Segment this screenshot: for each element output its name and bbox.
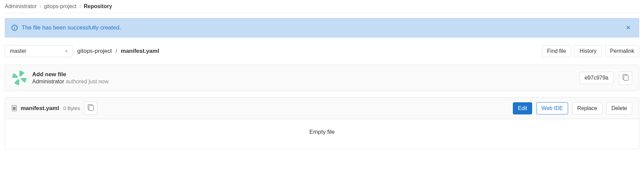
clipboard-icon — [88, 105, 94, 112]
breadcrumb-current: Repository — [84, 3, 112, 9]
copy-sha-button[interactable] — [619, 71, 632, 85]
path-repo[interactable]: gitops-project — [77, 48, 112, 54]
avatar[interactable] — [12, 70, 27, 85]
commit-title[interactable]: Add new file — [32, 71, 574, 78]
file-path: gitops-project / manifest.yaml — [77, 48, 159, 55]
branch-selector[interactable]: master ▾ — [5, 45, 73, 57]
file-content: Empty file — [5, 119, 639, 149]
chevron-right-icon: › — [39, 3, 41, 9]
find-file-button[interactable]: Find file — [542, 45, 571, 57]
breadcrumb-item-project[interactable]: gitops-project — [44, 3, 77, 9]
breadcrumb-item-admin[interactable]: Administrator — [5, 3, 37, 9]
file-toolbar: master ▾ gitops-project / manifest.yaml … — [5, 45, 639, 57]
replace-button[interactable]: Replace — [572, 102, 602, 114]
success-alert: i The file has been successfully created… — [5, 18, 639, 38]
commit-sha[interactable]: e97c979a — [580, 72, 613, 84]
alert-message: The file has been successfully created. — [22, 24, 620, 31]
copy-path-button[interactable] — [84, 102, 97, 115]
last-commit-panel: Add new file Administrator authored just… — [5, 65, 639, 91]
permalink-button[interactable]: Permalink — [605, 45, 639, 57]
delete-button[interactable]: Delete — [606, 102, 632, 114]
file-size: 0 Bytes — [63, 105, 80, 111]
branch-name: master — [10, 48, 26, 54]
document-icon — [12, 105, 17, 111]
commit-time: authored just now — [66, 79, 108, 84]
web-ide-button[interactable]: Web IDE — [536, 102, 568, 114]
path-file: manifest.yaml — [121, 48, 159, 54]
toolbar-actions: Find file History Permalink — [542, 45, 639, 57]
file-name: manifest.yaml — [21, 105, 59, 112]
file-panel: manifest.yaml 0 Bytes Edit Web IDE Repla… — [5, 97, 639, 149]
chevron-down-icon: ▾ — [65, 49, 67, 54]
commit-subtitle: Administrator authored just now — [32, 79, 574, 85]
history-button[interactable]: History — [575, 45, 602, 57]
path-separator: / — [116, 48, 117, 54]
breadcrumb: Administrator › gitops-project › Reposit… — [5, 3, 639, 13]
commit-meta: Add new file Administrator authored just… — [32, 71, 574, 85]
clipboard-icon — [623, 74, 628, 82]
close-icon[interactable]: × — [624, 23, 632, 32]
chevron-right-icon: › — [79, 3, 81, 9]
edit-button[interactable]: Edit — [513, 102, 532, 114]
file-header: manifest.yaml 0 Bytes Edit Web IDE Repla… — [5, 98, 639, 119]
commit-author[interactable]: Administrator — [32, 79, 64, 84]
info-icon: i — [12, 25, 18, 31]
